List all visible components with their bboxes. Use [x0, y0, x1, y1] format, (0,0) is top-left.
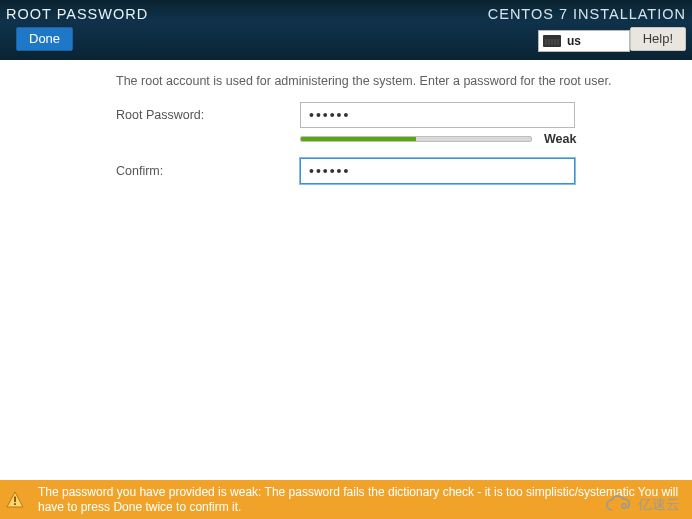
done-button[interactable]: Done [16, 27, 73, 51]
svg-point-3 [622, 504, 626, 508]
password-strength-row: Weak [300, 132, 692, 146]
cloud-icon [604, 495, 634, 515]
description-text: The root account is used for administeri… [116, 74, 692, 88]
warning-text: The password you have provided is weak: … [38, 485, 680, 515]
warning-bar: The password you have provided is weak: … [0, 480, 692, 519]
keyboard-layout-indicator[interactable]: us [538, 30, 630, 52]
confirm-password-input[interactable] [300, 158, 575, 184]
header-bar: ROOT PASSWORD CENTOS 7 INSTALLATION Done… [0, 0, 692, 60]
installer-title: CENTOS 7 INSTALLATION [488, 6, 686, 22]
page-title: ROOT PASSWORD [6, 6, 148, 22]
root-password-input[interactable] [300, 102, 575, 128]
warning-icon [6, 491, 24, 509]
help-button[interactable]: Help! [630, 27, 686, 51]
password-strength-label: Weak [544, 132, 576, 146]
password-label: Root Password: [0, 108, 300, 122]
svg-rect-1 [14, 496, 16, 502]
password-row: Root Password: [0, 102, 692, 128]
main-content: The root account is used for administeri… [0, 60, 692, 184]
keyboard-icon [543, 35, 561, 47]
keyboard-layout-label: us [567, 34, 581, 48]
password-strength-meter [300, 136, 532, 142]
password-strength-fill [301, 137, 416, 141]
confirm-row: Confirm: [0, 158, 692, 184]
svg-rect-2 [14, 503, 16, 505]
watermark-text: 亿速云 [638, 496, 680, 514]
watermark: 亿速云 [604, 495, 680, 515]
confirm-label: Confirm: [0, 164, 300, 178]
